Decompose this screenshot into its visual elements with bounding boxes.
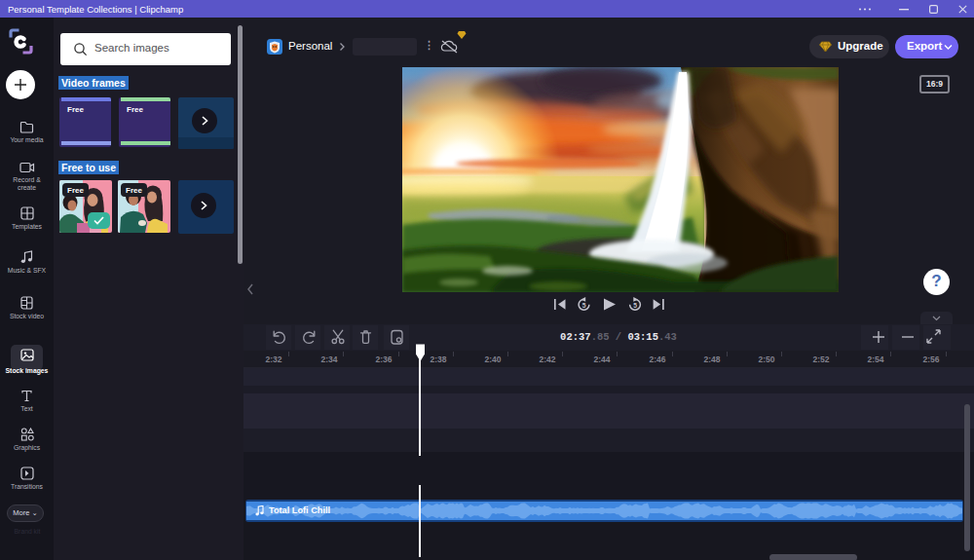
- svg-text:5: 5: [633, 302, 637, 309]
- svg-text:5: 5: [582, 302, 586, 309]
